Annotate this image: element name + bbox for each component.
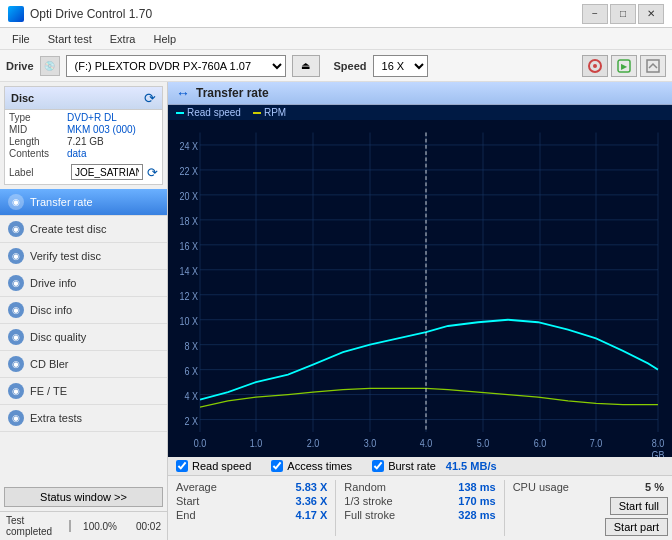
menu-start-test[interactable]: Start test xyxy=(40,31,100,47)
random-label: Random xyxy=(344,481,386,493)
toolbar-icon-1[interactable] xyxy=(582,55,608,77)
nav-transfer-rate[interactable]: ◉ Transfer rate xyxy=(0,189,167,216)
contents-key: Contents xyxy=(9,148,67,159)
nav-disc-info[interactable]: ◉ Disc info xyxy=(0,297,167,324)
disc-refresh-icon[interactable]: ⟳ xyxy=(144,90,156,106)
stat-random: Random 138 ms xyxy=(340,480,499,494)
chart-header-icon: ↔ xyxy=(176,85,190,101)
type-val: DVD+R DL xyxy=(67,112,158,123)
nav-create-test-disc[interactable]: ◉ Create test disc xyxy=(0,216,167,243)
toolbar-icons: ▶ xyxy=(582,55,666,77)
burst-rate-checkbox[interactable] xyxy=(372,460,384,472)
nav-disc-quality[interactable]: ◉ Disc quality xyxy=(0,324,167,351)
disc-type-row: Type DVD+R DL xyxy=(9,112,158,123)
progress-bar xyxy=(69,520,71,532)
disc-header-text: Disc xyxy=(11,92,34,104)
svg-text:12 X: 12 X xyxy=(180,290,199,302)
stats-section: Average 5.83 X Start 3.36 X End 4.17 X R… xyxy=(168,476,672,540)
read-speed-checkbox[interactable] xyxy=(176,460,188,472)
drive-bar: Drive 💿 (F:) PLEXTOR DVDR PX-760A 1.07 ⏏… xyxy=(0,50,672,82)
access-times-checkbox[interactable] xyxy=(271,460,283,472)
minimize-button[interactable]: − xyxy=(582,4,608,24)
svg-text:5.0: 5.0 xyxy=(477,437,490,449)
legend-dot-rpm xyxy=(253,112,261,114)
toolbar-icon-2[interactable]: ▶ xyxy=(611,55,637,77)
checkbox-access-times: Access times xyxy=(271,460,352,472)
svg-text:24 X: 24 X xyxy=(180,140,199,152)
avg-label: Average xyxy=(176,481,217,493)
stat-end: End 4.17 X xyxy=(172,508,331,522)
nav-icon-fe-te: ◉ xyxy=(8,383,24,399)
stat-full-stroke: Full stroke 328 ms xyxy=(340,508,499,522)
stat-start: Start 3.36 X xyxy=(172,494,331,508)
legend-dot-read xyxy=(176,112,184,114)
speed-select[interactable]: 16 X xyxy=(373,55,428,77)
eject-button[interactable]: ⏏ xyxy=(292,55,320,77)
svg-text:4.0: 4.0 xyxy=(420,437,433,449)
title-controls: − □ ✕ xyxy=(582,4,664,24)
stat-one-third: 1/3 stroke 170 ms xyxy=(340,494,499,508)
label-input[interactable] xyxy=(71,164,143,180)
stats-right: CPU usage 5 % Start full Start part xyxy=(504,480,672,536)
burst-rate-label: Burst rate xyxy=(388,460,436,472)
start-part-button[interactable]: Start part xyxy=(605,518,668,536)
nav-label-quality: Disc quality xyxy=(30,331,86,343)
svg-text:6.0: 6.0 xyxy=(534,437,547,449)
app-icon xyxy=(8,6,24,22)
nav-fe-te[interactable]: ◉ FE / TE xyxy=(0,378,167,405)
progress-text: 100.0% xyxy=(77,521,117,532)
svg-text:14 X: 14 X xyxy=(180,265,199,277)
legend-rpm-label: RPM xyxy=(264,107,286,118)
svg-text:2.0: 2.0 xyxy=(307,437,320,449)
status-text: Test completed xyxy=(6,515,63,537)
nav-label-create: Create test disc xyxy=(30,223,106,235)
svg-text:6 X: 6 X xyxy=(185,365,199,377)
nav-icon-create: ◉ xyxy=(8,221,24,237)
nav-menu: ◉ Transfer rate ◉ Create test disc ◉ Ver… xyxy=(0,189,167,483)
svg-text:20 X: 20 X xyxy=(180,190,199,202)
close-button[interactable]: ✕ xyxy=(638,4,664,24)
disc-info-table: Type DVD+R DL MID MKM 003 (000) Length 7… xyxy=(5,110,162,162)
svg-rect-5 xyxy=(168,120,672,457)
drive-select[interactable]: (F:) PLEXTOR DVDR PX-760A 1.07 xyxy=(66,55,286,77)
toolbar-icon-3[interactable] xyxy=(640,55,666,77)
start-part-row: Start part xyxy=(509,518,668,536)
main-area: Disc ⟳ Type DVD+R DL MID MKM 003 (000) L… xyxy=(0,82,672,540)
access-times-label: Access times xyxy=(287,460,352,472)
legend-read-speed: Read speed xyxy=(176,107,241,118)
disc-mid-row: MID MKM 003 (000) xyxy=(9,124,158,135)
svg-text:10 X: 10 X xyxy=(180,315,199,327)
nav-label-drive: Drive info xyxy=(30,277,76,289)
end-label: End xyxy=(176,509,196,521)
svg-text:18 X: 18 X xyxy=(180,215,199,227)
menu-help[interactable]: Help xyxy=(145,31,184,47)
nav-drive-info[interactable]: ◉ Drive info xyxy=(0,270,167,297)
menu-file[interactable]: File xyxy=(4,31,38,47)
speed-label: Speed xyxy=(334,60,367,72)
start-label: Start xyxy=(176,495,199,507)
maximize-button[interactable]: □ xyxy=(610,4,636,24)
label-refresh-icon[interactable]: ⟳ xyxy=(147,165,158,180)
menu-extra[interactable]: Extra xyxy=(102,31,144,47)
time-text: 00:02 xyxy=(123,521,161,532)
nav-cd-bler[interactable]: ◉ CD Bler xyxy=(0,351,167,378)
start-full-button[interactable]: Start full xyxy=(610,497,668,515)
nav-verify-test-disc[interactable]: ◉ Verify test disc xyxy=(0,243,167,270)
checkbox-read-speed: Read speed xyxy=(176,460,251,472)
checkbox-burst-rate: Burst rate 41.5 MB/s xyxy=(372,460,496,472)
svg-text:▶: ▶ xyxy=(621,62,628,71)
disc-length-row: Length 7.21 GB xyxy=(9,136,158,147)
mid-val: MKM 003 (000) xyxy=(67,124,158,135)
status-window-button[interactable]: Status window >> xyxy=(4,487,163,507)
cpu-val: 5 % xyxy=(645,481,664,493)
nav-extra-tests[interactable]: ◉ Extra tests xyxy=(0,405,167,432)
end-val: 4.17 X xyxy=(296,509,328,521)
right-panel: ↔ Transfer rate Read speed RPM xyxy=(168,82,672,540)
length-key: Length xyxy=(9,136,67,147)
legend-rpm: RPM xyxy=(253,107,286,118)
nav-label-bler: CD Bler xyxy=(30,358,69,370)
start-buttons: Start full xyxy=(509,497,668,515)
start-val: 3.36 X xyxy=(296,495,328,507)
chart-title: Transfer rate xyxy=(196,86,269,100)
legend-read-label: Read speed xyxy=(187,107,241,118)
